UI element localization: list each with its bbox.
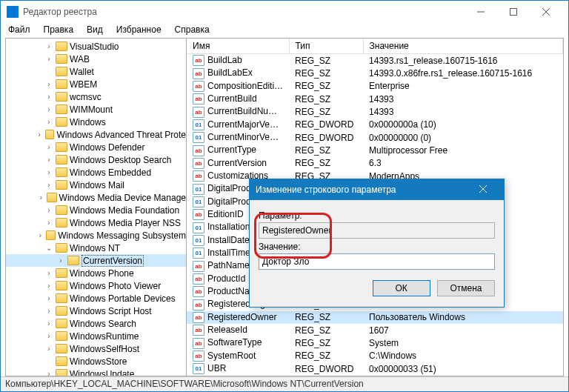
titlebar: Редактор реестра: [1, 1, 568, 23]
dialog-close-icon[interactable]: [468, 185, 498, 195]
tree-item-label: Windows Media Player NSS: [70, 218, 181, 228]
chevron-right-icon[interactable]: ›: [44, 93, 53, 101]
minimize-button[interactable]: [465, 1, 497, 22]
string-value-icon: ab: [193, 338, 204, 349]
tree-item[interactable]: ›Windows Script Host: [6, 305, 186, 317]
chevron-right-icon[interactable]: ›: [44, 42, 53, 50]
chevron-right-icon[interactable]: ›: [44, 143, 53, 151]
chevron-right-icon[interactable]: ›: [44, 307, 53, 315]
menu-edit[interactable]: Правка: [41, 23, 77, 38]
value-row[interactable]: abCurrentTypeREG_SZMultiprocessor Free: [187, 144, 563, 156]
value-row[interactable]: 01CurrentMinorVe…REG_DWORD0x00000000 (0): [187, 131, 563, 144]
tree-item[interactable]: ›Windows Search: [6, 317, 186, 330]
value-row[interactable]: abRegisteredOwnerREG_SZПользователь Wind…: [187, 311, 563, 324]
tree-item[interactable]: Wallet: [6, 65, 186, 78]
folder-icon: [56, 92, 67, 102]
tree-item-label: Windows Media Device Manage: [59, 193, 186, 203]
chevron-right-icon[interactable]: ›: [44, 282, 53, 290]
value-row[interactable]: 01CurrentMajorVe…REG_DWORD0x0000000a (10…: [187, 119, 563, 131]
tree-item[interactable]: ›Windows Desktop Search: [6, 153, 186, 166]
chevron-right-icon[interactable]: ›: [44, 181, 53, 189]
value-row[interactable]: abSystemRootREG_SZC:\Windows: [187, 350, 563, 362]
folder-icon: [56, 142, 67, 152]
chevron-right-icon[interactable]: ›: [44, 105, 53, 113]
tree-item[interactable]: ›Windows Media Device Manage: [6, 191, 186, 204]
tree-item[interactable]: ›WindowsSelfHost: [6, 342, 186, 355]
chevron-right-icon[interactable]: ›: [44, 345, 53, 353]
value-row[interactable]: abCurrentBuildNu…REG_SZ14393: [187, 105, 563, 118]
tree-item[interactable]: ›Windows Defender: [6, 141, 186, 153]
chevron-right-icon[interactable]: ›: [44, 156, 53, 164]
value-row[interactable]: abReleaseIdREG_SZ1607: [187, 324, 563, 336]
col-value[interactable]: Значение: [363, 39, 562, 54]
tree-item[interactable]: ›Windows Advanced Threat Prote: [6, 128, 186, 141]
menu-favorites[interactable]: Избранное: [113, 23, 164, 38]
col-type[interactable]: Тип: [289, 39, 363, 54]
chevron-right-icon[interactable]: ›: [44, 269, 53, 277]
tree-item[interactable]: ›WBEM: [6, 78, 186, 90]
tree-item[interactable]: ›Windows Media Foundation: [6, 204, 186, 216]
chevron-right-icon[interactable]: ›: [44, 118, 53, 126]
col-name[interactable]: Имя: [187, 39, 289, 54]
chevron-right-icon[interactable]: ›: [44, 219, 53, 227]
folder-icon: [67, 256, 79, 265]
chevron-right-icon[interactable]: ›: [56, 256, 65, 265]
tree-item[interactable]: ›WIMMount: [6, 103, 186, 116]
value-input[interactable]: [259, 253, 495, 270]
value-row[interactable]: abBuildLabExREG_SZ14393.0.x86fre.rs1_rel…: [187, 67, 563, 79]
ok-button[interactable]: ОК: [373, 280, 430, 296]
tree-item[interactable]: ›Windows Phone: [6, 267, 186, 279]
tree-item[interactable]: ›Windows Mail: [6, 179, 186, 191]
chevron-right-icon[interactable]: ›: [44, 319, 53, 328]
string-value-icon: ab: [193, 107, 204, 118]
tree-item-label: Windows Script Host: [70, 306, 152, 316]
folder-icon: [56, 54, 67, 64]
tree-item[interactable]: ›Windows Media Player NSS: [6, 216, 186, 229]
tree-item[interactable]: ›Windows Photo Viewer: [6, 279, 186, 292]
tree-panel[interactable]: ›VisualStudio›WABWallet›WBEM›wcmsvc›WIMM…: [6, 39, 187, 376]
menu-help[interactable]: Справка: [172, 23, 213, 38]
tree-item[interactable]: WindowsStore: [6, 355, 186, 368]
tree-item[interactable]: ›WindowsRuntime: [6, 330, 186, 342]
value-row[interactable]: abCurrentBuildREG_SZ14393: [187, 93, 563, 105]
tree-item-label: WindowsUpdate: [70, 369, 134, 376]
chevron-right-icon[interactable]: ›: [44, 80, 53, 88]
chevron-right-icon[interactable]: ›: [44, 332, 53, 340]
value-row[interactable]: abBuildLabREG_SZ14393.rs1_release.160715…: [187, 54, 563, 67]
value-row[interactable]: abCurrentVersionREG_SZ6.3: [187, 157, 563, 170]
chevron-right-icon[interactable]: ›: [37, 231, 44, 239]
chevron-right-icon[interactable]: ›: [38, 193, 45, 202]
chevron-right-icon[interactable]: ›: [44, 294, 53, 302]
chevron-down-icon[interactable]: ⌄: [44, 244, 53, 252]
tree-item-label: Windows Embedded: [70, 167, 151, 178]
chevron-right-icon[interactable]: ›: [36, 130, 43, 139]
value-row[interactable]: abSoftwareTypeREG_SZSystem: [187, 336, 563, 349]
window-title: Редактор реестра: [23, 7, 465, 17]
tree-item[interactable]: ›WAB: [6, 53, 186, 65]
chevron-right-icon[interactable]: ›: [44, 168, 53, 176]
folder-icon: [56, 117, 67, 127]
tree-item[interactable]: ›WindowsUpdate: [6, 368, 186, 376]
tree-item[interactable]: ›Windows Portable Devices: [6, 292, 186, 305]
folder-icon: [56, 205, 67, 215]
tree-item[interactable]: ›Windows Embedded: [6, 166, 186, 179]
tree-item-label: Windows Defender: [70, 142, 144, 153]
close-button[interactable]: [530, 1, 562, 22]
tree-item[interactable]: ›CurrentVersion: [6, 254, 186, 267]
dialog-titlebar[interactable]: Изменение строкового параметра: [250, 179, 504, 200]
tree-item[interactable]: ›Windows Messaging Subsystem: [6, 229, 186, 242]
chevron-right-icon[interactable]: ›: [44, 370, 53, 376]
value-row[interactable]: abCompositionEditi…REG_SZEnterprise: [187, 80, 563, 93]
cancel-button[interactable]: Отмена: [437, 280, 495, 296]
tree-item[interactable]: ›Windows: [6, 116, 186, 128]
menu-view[interactable]: Вид: [84, 23, 106, 38]
chevron-right-icon[interactable]: ›: [44, 206, 53, 214]
tree-item[interactable]: ›wcmsvc: [6, 90, 186, 103]
value-row[interactable]: 01UBRREG_DWORD0x00000033 (51): [187, 362, 563, 375]
folder-icon: [56, 281, 67, 290]
chevron-right-icon[interactable]: ›: [44, 55, 53, 63]
tree-item[interactable]: ⌄Windows NT: [6, 242, 186, 254]
tree-item[interactable]: ›VisualStudio: [6, 40, 186, 53]
maximize-button[interactable]: [497, 1, 530, 22]
menu-file[interactable]: Файл: [5, 23, 33, 38]
